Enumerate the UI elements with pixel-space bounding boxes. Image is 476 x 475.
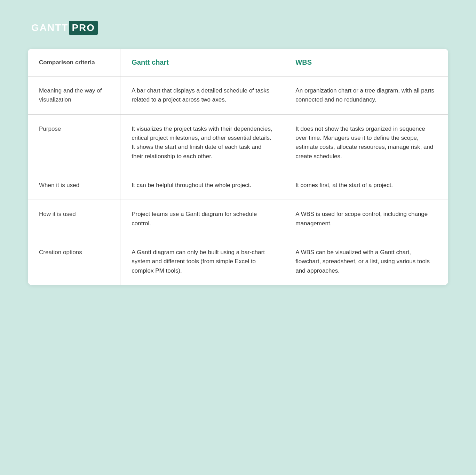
- header-gantt: Gantt chart: [120, 49, 284, 77]
- cell-gantt-3: Project teams use a Gantt diagram for sc…: [120, 200, 284, 238]
- cell-criteria-3: How it is used: [28, 200, 120, 238]
- cell-gantt-1: It visualizes the project tasks with the…: [120, 114, 284, 171]
- cell-wbs-4: A WBS can be visualized with a Gantt cha…: [284, 238, 448, 285]
- table-row: Creation optionsA Gantt diagram can only…: [28, 238, 448, 285]
- cell-wbs-1: It does not show the tasks organized in …: [284, 114, 448, 171]
- table-header-row: Comparison criteria Gantt chart WBS: [28, 49, 448, 77]
- logo-area: GANTTPRO: [28, 21, 448, 35]
- header-criteria: Comparison criteria: [28, 49, 120, 77]
- cell-gantt-4: A Gantt diagram can only be built using …: [120, 238, 284, 285]
- cell-criteria-1: Purpose: [28, 114, 120, 171]
- cell-criteria-4: Creation options: [28, 238, 120, 285]
- logo-gantt: GANTT: [31, 22, 68, 33]
- table-row: Meaning and the way of visualizationA ba…: [28, 77, 448, 115]
- table-row: How it is usedProject teams use a Gantt …: [28, 200, 448, 238]
- table-row: When it is usedIt can be helpful through…: [28, 171, 448, 200]
- logo-pro: PRO: [69, 21, 98, 35]
- comparison-table: Comparison criteria Gantt chart WBS Mean…: [28, 49, 448, 285]
- cell-criteria-0: Meaning and the way of visualization: [28, 77, 120, 115]
- cell-wbs-2: It comes first, at the start of a projec…: [284, 171, 448, 200]
- cell-wbs-0: An organization chart or a tree diagram,…: [284, 77, 448, 115]
- header-wbs: WBS: [284, 49, 448, 77]
- cell-criteria-2: When it is used: [28, 171, 120, 200]
- logo: GANTTPRO: [31, 21, 448, 35]
- cell-gantt-2: It can be helpful throughout the whole p…: [120, 171, 284, 200]
- cell-gantt-0: A bar chart that displays a detailed sch…: [120, 77, 284, 115]
- cell-wbs-3: A WBS is used for scope control, includi…: [284, 200, 448, 238]
- table-row: PurposeIt visualizes the project tasks w…: [28, 114, 448, 171]
- comparison-table-container: Comparison criteria Gantt chart WBS Mean…: [28, 49, 448, 285]
